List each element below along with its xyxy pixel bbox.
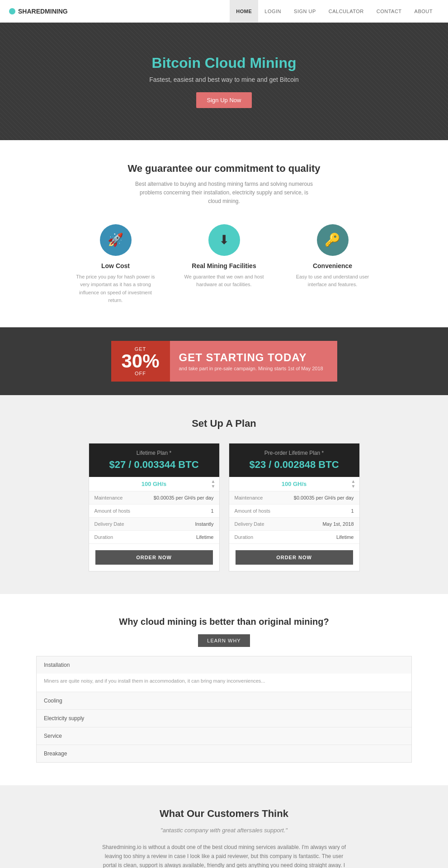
accordion-header-breakage[interactable]: Breakage bbox=[37, 745, 411, 762]
plan-card-preorder: Pre-order Lifetime Plan * $23 / 0.002848… bbox=[229, 443, 360, 571]
lowcost-icon: 🚀 bbox=[100, 224, 132, 256]
plan-rows-1: Maintenance $0.00035 per GH/s per day Am… bbox=[89, 491, 219, 544]
learn-why-button[interactable]: LEARN WHY bbox=[198, 634, 250, 647]
plan-row: Duration Lifetime bbox=[229, 531, 359, 544]
navbar: SHAREDMINING HOMELOGINSIGN UPCALCULATORC… bbox=[0, 0, 448, 23]
plan-row: Delivery Date May 1st, 2018 bbox=[229, 518, 359, 531]
testimonials-section: What Our Customers Think "antastic compa… bbox=[0, 785, 448, 868]
cta-discount: GET 30% OFF bbox=[111, 341, 170, 382]
plans-heading: Set Up A Plan bbox=[27, 418, 421, 429]
nav-link-login[interactable]: LOGIN bbox=[258, 0, 288, 23]
accordion-header-electricity[interactable]: Electricity supply bbox=[37, 710, 411, 727]
cta-subtext: and take part in pre-sale campaign. Mini… bbox=[179, 366, 323, 371]
mining-icon: ⬇ bbox=[208, 224, 240, 256]
plan-row: Maintenance $0.00035 per GH/s per day bbox=[229, 491, 359, 505]
accordion-item-cooling: Cooling bbox=[37, 692, 411, 710]
plan-name-2: Pre-order Lifetime Plan * bbox=[236, 450, 353, 456]
cta-off: OFF bbox=[135, 371, 146, 376]
accordion-item-installation: Installation Miners are quite noisy, and… bbox=[37, 656, 411, 692]
convenience-icon: 🔑 bbox=[317, 224, 349, 256]
quality-heading: We guarantee our commitment to quality bbox=[27, 163, 421, 175]
plan-row: Delivery Date Instantly bbox=[89, 518, 219, 531]
accordion-header-cooling[interactable]: Cooling bbox=[37, 692, 411, 709]
feature-mining: ⬇ Real Mining Facilities We guarantee th… bbox=[184, 224, 265, 305]
plan-row: Maintenance $0.00035 per GH/s per day bbox=[89, 491, 219, 505]
nav-link-home[interactable]: HOME bbox=[230, 0, 258, 23]
hero-subtitle: Fastest, easiest and best way to mine an… bbox=[149, 76, 299, 83]
plan-price-2: $23 / 0.002848 BTC bbox=[236, 459, 353, 471]
order-now-button-1[interactable]: ORDER NOW bbox=[95, 550, 213, 565]
cta-inner: GET 30% OFF GET STARTING TODAY and take … bbox=[111, 341, 337, 382]
ghs-stepper-1[interactable]: ▲▼ bbox=[211, 479, 216, 489]
plan-card-lifetime: Lifetime Plan * $27 / 0.003344 BTC 100 G… bbox=[89, 443, 220, 571]
cta-message: GET STARTING TODAY and take part in pre-… bbox=[170, 341, 337, 382]
lowcost-desc: The price you pay for hash power is very… bbox=[75, 273, 156, 305]
accordion-header-service[interactable]: Service bbox=[37, 727, 411, 745]
signup-button[interactable]: Sign Up Now bbox=[196, 92, 252, 108]
plans-grid: Lifetime Plan * $27 / 0.003344 BTC 100 G… bbox=[27, 443, 421, 571]
plan-row: Amount of hosts 1 bbox=[89, 505, 219, 518]
accordion-item-electricity: Electricity supply bbox=[37, 710, 411, 727]
why-section: Why cloud mining is better than original… bbox=[0, 594, 448, 785]
accordion-header-installation[interactable]: Installation bbox=[37, 656, 411, 674]
plan-ghs-1: 100 GH/s ▲▼ bbox=[89, 477, 219, 491]
order-now-button-2[interactable]: ORDER NOW bbox=[236, 550, 353, 565]
features-grid: 🚀 Low Cost The price you pay for hash po… bbox=[27, 224, 421, 305]
plan-row: Duration Lifetime bbox=[89, 531, 219, 544]
nav-links: HOMELOGINSIGN UPCALCULATORCONTACTABOUT bbox=[230, 0, 439, 23]
logo-icon bbox=[9, 8, 15, 14]
accordion-item-service: Service bbox=[37, 727, 411, 745]
logo-text: SHAREDMINING bbox=[18, 8, 68, 15]
plan-row: Amount of hosts 1 bbox=[229, 505, 359, 518]
lowcost-title: Low Cost bbox=[75, 262, 156, 269]
plan-ghs-2: 100 GH/s ▲▼ bbox=[229, 477, 359, 491]
plan-name-1: Lifetime Plan * bbox=[95, 450, 213, 456]
cta-heading: GET STARTING TODAY bbox=[179, 351, 307, 364]
why-heading: Why cloud mining is better than original… bbox=[36, 617, 412, 627]
logo: SHAREDMINING bbox=[9, 8, 68, 15]
plan-header-1: Lifetime Plan * $27 / 0.003344 BTC bbox=[89, 443, 219, 477]
quality-section: We guarantee our commitment to quality B… bbox=[0, 140, 448, 327]
nav-link-about[interactable]: ABOUT bbox=[408, 0, 439, 23]
feature-convenience: 🔑 Convenience Easy to use and understand… bbox=[292, 224, 373, 305]
mining-desc: We guarantee that we own and host hardwa… bbox=[184, 273, 265, 289]
cta-percent: 30% bbox=[121, 352, 159, 371]
nav-link-calculator[interactable]: CALCULATOR bbox=[322, 0, 370, 23]
accordion: Installation Miners are quite noisy, and… bbox=[36, 656, 412, 763]
plan-price-1: $27 / 0.003344 BTC bbox=[95, 459, 213, 471]
hero-content: Bitcoin Cloud Mining Fastest, easiest an… bbox=[149, 55, 299, 108]
quality-subtitle: Best alternative to buying and hosting m… bbox=[134, 180, 315, 206]
testimonial-text: Sharedmining.io is without a doubt one o… bbox=[98, 843, 351, 868]
nav-link-sign-up[interactable]: SIGN UP bbox=[288, 0, 322, 23]
ghs-stepper-2[interactable]: ▲▼ bbox=[351, 479, 356, 489]
testimonials-heading: What Our Customers Think bbox=[36, 808, 412, 820]
hero-section: Bitcoin Cloud Mining Fastest, easiest an… bbox=[0, 23, 448, 140]
accordion-item-breakage: Breakage bbox=[37, 745, 411, 762]
plan-rows-2: Maintenance $0.00035 per GH/s per day Am… bbox=[229, 491, 359, 544]
convenience-desc: Easy to use and understand user interfac… bbox=[292, 273, 373, 289]
plans-section: Set Up A Plan Lifetime Plan * $27 / 0.00… bbox=[0, 395, 448, 594]
plan-header-2: Pre-order Lifetime Plan * $23 / 0.002848… bbox=[229, 443, 359, 477]
feature-lowcost: 🚀 Low Cost The price you pay for hash po… bbox=[75, 224, 156, 305]
mining-title: Real Mining Facilities bbox=[184, 262, 265, 269]
hero-title: Bitcoin Cloud Mining bbox=[149, 55, 299, 71]
nav-link-contact[interactable]: CONTACT bbox=[370, 0, 408, 23]
accordion-content-installation: Miners are quite noisy, and if you insta… bbox=[37, 674, 411, 692]
convenience-title: Convenience bbox=[292, 262, 373, 269]
cta-banner: GET 30% OFF GET STARTING TODAY and take … bbox=[0, 327, 448, 395]
testimonial-tagline: "antastic company with great aftersales … bbox=[36, 827, 412, 834]
